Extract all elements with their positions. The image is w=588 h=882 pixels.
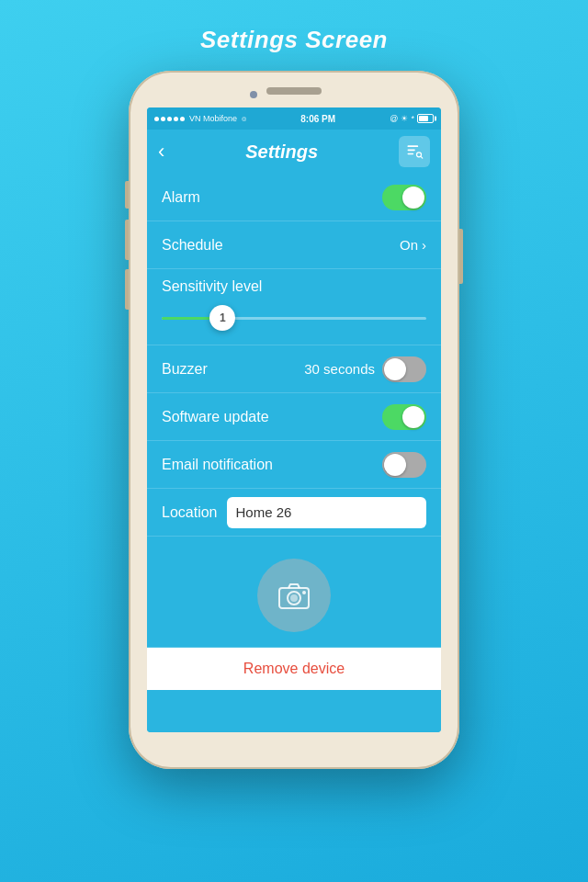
at-icon: @: [390, 114, 398, 123]
location-row: Location: [147, 489, 441, 537]
alarm-label: Alarm: [162, 189, 200, 206]
schedule-row[interactable]: Schedule On ›: [147, 221, 441, 269]
settings-list: Alarm Schedule On › Sensitivity level: [147, 174, 441, 732]
action-button[interactable]: [399, 136, 430, 167]
nav-bar: ‹ Settings: [147, 130, 441, 174]
sensitivity-label: Sensitivity level: [162, 278, 426, 295]
camera-button[interactable]: [257, 559, 331, 632]
email-notification-label: Email notification: [162, 457, 273, 473]
buzzer-label: Buzzer: [162, 361, 208, 378]
sensitivity-section: Sensitivity level 1: [147, 269, 441, 345]
signal-dot-1: [154, 117, 159, 121]
schedule-value: On ›: [400, 237, 426, 253]
signal-dot-3: [167, 117, 172, 121]
battery-fill: [419, 116, 428, 121]
phone-screen: VN Mobifone ⌾ 8:06 PM @ ☀ * ‹ Settings: [147, 107, 441, 732]
signal-dot-4: [174, 117, 178, 121]
list-search-icon: [405, 142, 424, 161]
slider-track[interactable]: [162, 317, 426, 320]
buzzer-toggle[interactable]: [382, 356, 426, 382]
signal-dot-2: [161, 117, 165, 121]
phone-button-left3: [125, 269, 129, 310]
slider-thumb[interactable]: 1: [209, 305, 235, 331]
camera-icon: [276, 577, 312, 614]
phone-button-left: [125, 181, 129, 209]
email-notification-toggle[interactable]: [382, 452, 426, 478]
camera-section: [147, 537, 441, 648]
status-right: @ ☀ *: [390, 114, 434, 123]
buzzer-toggle-knob: [384, 358, 406, 380]
svg-rect-0: [407, 145, 418, 147]
location-input[interactable]: [227, 497, 427, 528]
alarm-toggle-knob: [402, 187, 424, 209]
page-title: Settings Screen: [200, 26, 388, 54]
software-update-toggle-knob: [402, 406, 424, 428]
carrier-label: VN Mobifone: [189, 114, 237, 123]
back-button[interactable]: ‹: [158, 141, 164, 162]
phone-button-left2: [125, 220, 129, 260]
status-left: VN Mobifone ⌾: [154, 114, 246, 123]
email-notification-row: Email notification: [147, 441, 441, 489]
signal-dot-5: [180, 117, 185, 121]
location-label: Location: [162, 504, 218, 521]
svg-point-8: [302, 591, 306, 594]
software-update-toggle[interactable]: [382, 404, 426, 430]
schedule-chevron-icon: ›: [422, 237, 426, 253]
slider-container: 1: [162, 304, 426, 332]
svg-rect-2: [407, 153, 413, 155]
buzzer-value: 30 seconds: [304, 361, 375, 377]
remove-device-section[interactable]: Remove device: [147, 648, 441, 690]
phone-button-right: [459, 229, 463, 284]
status-time: 8:06 PM: [300, 114, 335, 124]
status-bar: VN Mobifone ⌾ 8:06 PM @ ☀ *: [147, 107, 441, 130]
nav-title: Settings: [245, 141, 318, 163]
alarm-toggle[interactable]: [382, 185, 426, 210]
phone-camera: [250, 91, 257, 98]
alarm-row: Alarm: [147, 174, 441, 221]
software-update-row: Software update: [147, 393, 441, 441]
remove-device-label: Remove device: [243, 661, 345, 676]
brightness-icon: ☀: [401, 114, 408, 123]
email-notification-toggle-knob: [384, 454, 406, 476]
buzzer-row: Buzzer 30 seconds: [147, 345, 441, 393]
wifi-icon: ⌾: [242, 114, 246, 123]
svg-point-7: [290, 594, 298, 602]
phone-speaker: [266, 87, 322, 95]
schedule-value-text: On: [400, 237, 418, 253]
buzzer-controls: 30 seconds: [304, 356, 426, 382]
software-update-label: Software update: [162, 409, 269, 425]
svg-line-4: [421, 156, 423, 158]
svg-rect-1: [407, 150, 414, 152]
phone-shell: VN Mobifone ⌾ 8:06 PM @ ☀ * ‹ Settings: [129, 71, 459, 769]
battery-icon: [417, 114, 434, 123]
bluetooth-icon: *: [411, 114, 414, 123]
schedule-label: Schedule: [162, 237, 223, 254]
